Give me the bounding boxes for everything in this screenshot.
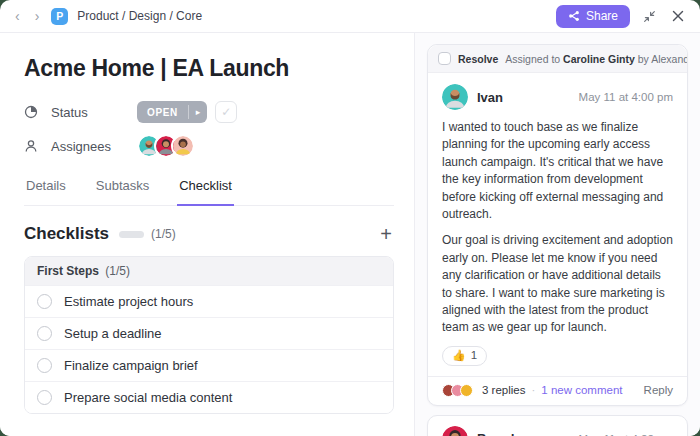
comment-paragraph: Our goal is driving excitement and adopt…: [442, 232, 673, 336]
mark-complete-button[interactable]: ✓: [215, 101, 237, 123]
collapse-icon[interactable]: [639, 6, 659, 26]
comments-pane: Resolve Assigned to Caroline Ginty by Al…: [415, 33, 700, 436]
checklists-heading: Checklists: [24, 224, 109, 244]
checklist-group-count: (1/5): [105, 264, 130, 278]
checklist-item[interactable]: Estimate project hours: [25, 285, 393, 317]
add-checklist-button[interactable]: +: [378, 224, 394, 244]
forward-icon[interactable]: ›: [32, 7, 43, 25]
checklist-card: First Steps (1/5) Estimate project hours…: [24, 256, 394, 414]
assignee-avatars[interactable]: [137, 134, 195, 158]
tab-details[interactable]: Details: [24, 178, 68, 205]
tab-subtasks[interactable]: Subtasks: [94, 178, 151, 205]
task-tabs: Details Subtasks Checklist: [24, 178, 394, 206]
checklists-header: Checklists (1/5) +: [24, 224, 394, 244]
comment-paragraph: I wanted to touch base as we finalize pl…: [442, 119, 673, 223]
close-icon[interactable]: [668, 6, 688, 26]
status-value: OPEN: [137, 101, 188, 123]
checklist-group-header[interactable]: First Steps (1/5): [25, 257, 393, 285]
status-field-label: Status: [51, 105, 137, 120]
task-fields: Status OPEN ▸ ✓ Assignees: [24, 100, 394, 158]
share-button-label: Share: [586, 9, 618, 23]
checklist-group-title: First Steps: [37, 264, 99, 278]
comment-author-row: Ivan May 11 at 4:00 pm: [442, 84, 673, 110]
share-button[interactable]: Share: [556, 5, 630, 28]
checklist-item-label: Setup a deadline: [64, 326, 162, 341]
assignees-field-label: Assignees: [51, 139, 137, 154]
task-modal-window: ‹ › P Product / Design / Core Share Acme…: [0, 0, 700, 436]
reply-avatars: [442, 384, 473, 397]
resolve-bar: Resolve Assigned to Caroline Ginty by Al…: [428, 45, 687, 73]
tab-checklist[interactable]: Checklist: [177, 178, 234, 206]
comment-card: Brenda May 11 at 4:22 pm This is great, …: [427, 415, 688, 436]
task-title[interactable]: Acme Home | EA Launch: [24, 55, 394, 82]
main-split: Acme Home | EA Launch Status OPEN ▸ ✓: [0, 33, 700, 436]
reply-button[interactable]: Reply: [644, 384, 673, 396]
reaction-pill[interactable]: 👍 1: [442, 346, 487, 366]
avatar-ivan[interactable]: [442, 84, 468, 110]
avatar-brenda[interactable]: [442, 426, 468, 436]
replies-count[interactable]: 3 replies: [482, 384, 525, 396]
space-badge-icon[interactable]: P: [51, 8, 68, 25]
thread-footer: 3 replies · 1 new comment Reply: [428, 376, 687, 405]
comment-timestamp: May 11 at 4:00 pm: [579, 91, 673, 103]
status-dropdown[interactable]: OPEN ▸: [137, 101, 207, 123]
comment-thread-card: Resolve Assigned to Caroline Ginty by Al…: [427, 44, 688, 406]
resolve-label[interactable]: Resolve: [458, 53, 498, 65]
avatar-yellow: [171, 134, 195, 158]
assigned-to-text: Assigned to Caroline Ginty by Alexander: [505, 53, 687, 65]
comment-author-name: Brenda: [477, 431, 522, 436]
comment-author-row: Brenda May 11 at 4:22 pm: [442, 426, 673, 436]
status-icon: [24, 105, 39, 119]
checklist-item[interactable]: Finalize campaign brief: [25, 349, 393, 381]
checklist-item-label: Finalize campaign brief: [64, 358, 198, 373]
checklist-item-checkbox[interactable]: [37, 294, 52, 309]
checklist-progress-count: (1/5): [151, 227, 176, 241]
checklist-item[interactable]: Setup a deadline: [25, 317, 393, 349]
checklist-item-label: Estimate project hours: [64, 294, 193, 309]
comment-author-name: Ivan: [477, 90, 503, 105]
checklist-item-checkbox[interactable]: [37, 358, 52, 373]
top-bar: ‹ › P Product / Design / Core Share: [0, 0, 700, 33]
comment-body: Ivan May 11 at 4:00 pm I wanted to touch…: [428, 73, 687, 376]
checklist-item-checkbox[interactable]: [37, 390, 52, 405]
assignees-field: Assignees: [24, 134, 394, 158]
reply-avatar: [460, 384, 473, 397]
breadcrumb[interactable]: Product / Design / Core: [77, 9, 202, 23]
status-field: Status OPEN ▸ ✓: [24, 100, 394, 124]
back-icon[interactable]: ‹: [12, 7, 23, 25]
status-caret-icon: ▸: [189, 101, 208, 123]
checklist-item-label: Prepare social media content: [64, 390, 232, 405]
resolve-checkbox[interactable]: [438, 52, 451, 65]
dot-separator: ·: [531, 384, 535, 396]
new-comment-link[interactable]: 1 new comment: [541, 384, 622, 396]
share-icon: [568, 10, 580, 22]
thumbs-up-icon: 👍: [452, 349, 466, 362]
task-pane: Acme Home | EA Launch Status OPEN ▸ ✓: [0, 33, 415, 436]
assignee-icon: [24, 139, 39, 153]
reaction-count: 1: [471, 349, 477, 361]
checklist-item-checkbox[interactable]: [37, 326, 52, 341]
resolve-assignee-name: Caroline Ginty: [563, 53, 635, 65]
checklist-item[interactable]: Prepare social media content: [25, 381, 393, 413]
checklist-progress-bar: [119, 231, 144, 238]
